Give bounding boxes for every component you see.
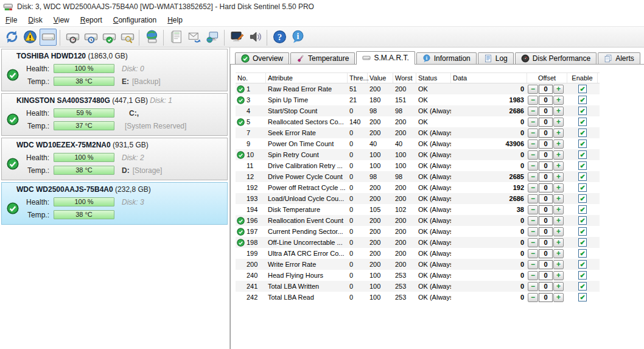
offset-decrease-button[interactable]: − — [528, 227, 538, 236]
offset-value[interactable]: 0 — [539, 85, 553, 94]
menu-item[interactable]: Report — [75, 13, 108, 26]
smart-table-row[interactable]: 196 Reallocation Event Count 0 200 200 O… — [236, 215, 600, 226]
offset-increase-button[interactable]: + — [553, 161, 564, 171]
offset-increase-button[interactable]: + — [553, 249, 564, 258]
enable-checkbox[interactable]: ✔ — [578, 260, 587, 269]
smart-table-row[interactable]: 1 Raw Read Error Rate 51 200 200 OK 0 − … — [236, 83, 600, 94]
smart-table-row[interactable]: 199 Ultra ATA CRC Error Co... 0 200 200 … — [236, 248, 600, 259]
enable-checkbox[interactable]: ✔ — [578, 271, 587, 280]
offset-decrease-button[interactable]: − — [528, 129, 538, 138]
offset-increase-button[interactable]: + — [553, 238, 564, 247]
offset-decrease-button[interactable]: − — [528, 293, 538, 302]
smart-table-row[interactable]: 4 Start/Stop Count 0 98 98 OK (Always...… — [236, 105, 600, 116]
menu-item[interactable]: View — [48, 13, 75, 26]
offset-decrease-button[interactable]: − — [528, 150, 538, 160]
offset-value[interactable]: 0 — [539, 238, 553, 247]
offset-value[interactable]: 0 — [539, 129, 553, 138]
enable-checkbox[interactable]: ✔ — [578, 282, 587, 291]
tab[interactable]: Log — [478, 52, 514, 64]
smart-table-row[interactable]: 240 Head Flying Hours 0 100 253 OK (Alwa… — [236, 270, 600, 281]
info-icon[interactable]: i — [289, 29, 306, 46]
smart-table-row[interactable]: 9 Power On Time Count 0 40 40 OK (Always… — [236, 138, 600, 149]
enable-checkbox[interactable]: ✔ — [578, 129, 587, 137]
offset-decrease-button[interactable]: − — [528, 282, 538, 291]
disk-card[interactable]: KINGSTON SA400S37480G (447,1 GB) Disk: 1… — [1, 93, 228, 136]
offset-decrease-button[interactable]: − — [528, 161, 538, 171]
menu-item[interactable]: File — [0, 13, 23, 26]
offset-increase-button[interactable]: + — [553, 282, 564, 291]
offset-increase-button[interactable]: + — [553, 85, 564, 94]
offset-increase-button[interactable]: + — [553, 194, 564, 203]
offset-value[interactable]: 0 — [539, 216, 553, 225]
menu-item[interactable]: Disk — [23, 13, 47, 26]
menu-item[interactable]: Configuration — [108, 13, 162, 26]
offset-increase-button[interactable]: + — [553, 260, 564, 269]
smart-table-row[interactable]: 194 Disk Temperature 0 105 102 OK (Alway… — [236, 204, 600, 215]
offset-decrease-button[interactable]: − — [528, 118, 538, 127]
enable-checkbox[interactable]: ✔ — [578, 293, 587, 301]
globe-disk-icon[interactable] — [143, 29, 160, 46]
tab[interactable]: Overview — [235, 52, 289, 64]
enable-checkbox[interactable]: ✔ — [578, 85, 587, 93]
enable-checkbox[interactable]: ✔ — [578, 194, 587, 203]
smart-table-row[interactable]: 10 Spin Retry Count 0 100 100 OK (Always… — [236, 149, 600, 160]
tab[interactable]: Alerts — [598, 52, 640, 64]
offset-value[interactable]: 0 — [539, 293, 553, 302]
offset-decrease-button[interactable]: − — [528, 107, 538, 116]
offset-value[interactable]: 0 — [539, 107, 553, 116]
offset-value[interactable]: 0 — [539, 260, 553, 269]
offset-increase-button[interactable]: + — [553, 107, 564, 116]
smart-table-row[interactable]: 198 Off-Line Uncorrectable ... 0 200 200… — [236, 237, 600, 248]
offset-increase-button[interactable]: + — [553, 205, 564, 214]
warning-report-icon[interactable] — [21, 29, 38, 46]
offset-value[interactable]: 0 — [539, 150, 553, 160]
offset-value[interactable]: 0 — [539, 172, 553, 182]
offset-increase-button[interactable]: + — [553, 129, 564, 138]
offset-value[interactable]: 0 — [539, 96, 553, 105]
enable-checkbox[interactable]: ✔ — [578, 216, 587, 225]
offset-value[interactable]: 0 — [539, 227, 553, 236]
tab[interactable]: Temperature — [290, 52, 355, 64]
offset-increase-button[interactable]: + — [553, 150, 564, 160]
offset-decrease-button[interactable]: − — [528, 172, 538, 182]
offset-decrease-button[interactable]: − — [528, 194, 538, 203]
menu-item[interactable]: Help — [162, 13, 188, 26]
offset-value[interactable]: 0 — [539, 271, 553, 280]
offset-decrease-button[interactable]: − — [528, 205, 538, 214]
enable-checkbox[interactable]: ✔ — [578, 107, 587, 115]
offset-decrease-button[interactable]: − — [528, 85, 538, 94]
disk-card[interactable]: TOSHIBA HDWD120 (1863,0 GB) Health: 100 … — [1, 49, 228, 91]
smart-table-row[interactable]: 11 Drive Calibration Retry ... 0 100 100… — [236, 160, 600, 171]
offset-decrease-button[interactable]: − — [528, 238, 538, 247]
offset-increase-button[interactable]: + — [553, 118, 564, 127]
smart-table-row[interactable]: 200 Write Error Rate 0 200 200 OK (Alway… — [236, 259, 600, 270]
disk-check-icon[interactable] — [100, 29, 117, 46]
smart-table-row[interactable]: 242 Total LBA Read 0 100 253 OK (Always.… — [236, 292, 600, 303]
enable-checkbox[interactable]: ✔ — [578, 249, 587, 258]
smart-table-row[interactable]: 3 Spin Up Time 21 180 151 OK 1983 − 0 — [236, 94, 600, 105]
enable-checkbox[interactable]: ✔ — [578, 96, 587, 104]
disk-card[interactable]: WDC WD2500AAJS-75B4A0 (232,8 GB) Health:… — [1, 182, 228, 225]
offset-decrease-button[interactable]: − — [528, 249, 538, 258]
smart-table-row[interactable]: 192 Power off Retract Cycle ... 0 200 20… — [236, 182, 600, 193]
tab[interactable]: Disk Performance — [515, 52, 597, 64]
offset-increase-button[interactable]: + — [553, 172, 564, 182]
offset-value[interactable]: 0 — [539, 205, 553, 214]
tab[interactable]: i Information — [416, 52, 477, 64]
enable-checkbox[interactable]: ✔ — [578, 161, 587, 170]
enable-checkbox[interactable]: ✔ — [578, 139, 587, 148]
help-icon[interactable]: ? — [271, 29, 288, 46]
smart-table-row[interactable]: 193 Load/Unload Cycle Cou... 0 200 200 O… — [236, 193, 600, 204]
report-icon[interactable] — [167, 29, 184, 46]
offset-increase-button[interactable]: + — [553, 271, 564, 280]
offset-increase-button[interactable]: + — [553, 293, 564, 302]
enable-checkbox[interactable]: ✔ — [578, 227, 587, 236]
offset-decrease-button[interactable]: − — [528, 139, 538, 149]
offset-increase-button[interactable]: + — [553, 96, 564, 105]
smart-table-row[interactable]: 241 Total LBA Written 0 100 253 OK (Alwa… — [236, 281, 600, 292]
offset-decrease-button[interactable]: − — [528, 260, 538, 269]
disk-gauge-icon[interactable] — [64, 29, 81, 46]
network-icon[interactable] — [204, 29, 221, 46]
tab[interactable]: S.M.A.R.T. — [356, 51, 415, 65]
disk-overview-icon[interactable] — [40, 29, 57, 46]
